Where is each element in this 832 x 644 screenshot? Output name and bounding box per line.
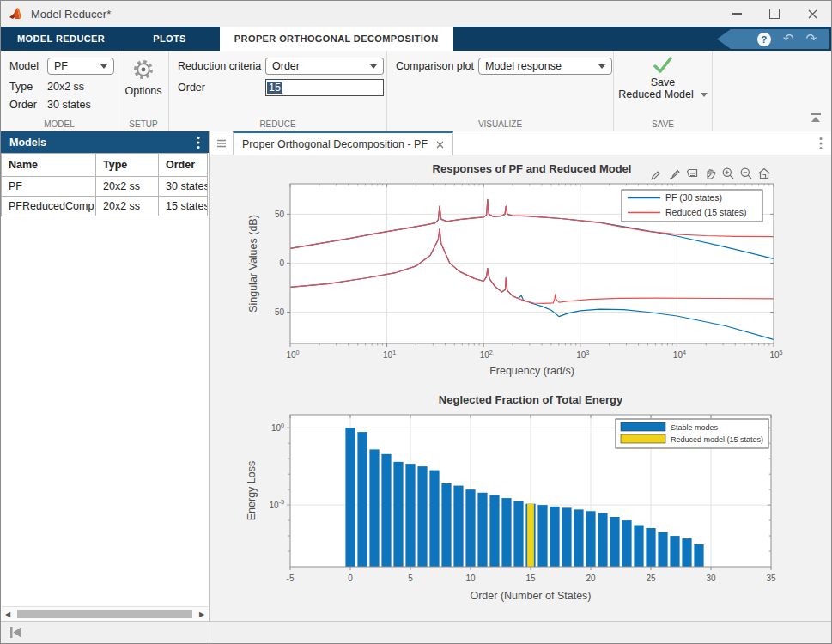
status-bar-divider (210, 622, 210, 643)
model-dropdown[interactable]: PF (47, 58, 114, 75)
table-header-row: Name Type Order (2, 154, 208, 177)
app-window: Model Reducer* MODEL REDUCER PLOTS PROPE… (0, 0, 832, 644)
tab-model-reducer[interactable]: MODEL REDUCER (3, 27, 119, 51)
svg-text:15: 15 (525, 574, 536, 583)
svg-text:0: 0 (279, 258, 284, 268)
col-order[interactable]: Order (159, 154, 208, 177)
section-setup: Options SETUP (118, 51, 169, 131)
section-label-save: SAVE (614, 119, 712, 129)
chevron-down-icon (370, 64, 377, 69)
collapse-ribbon-button[interactable] (809, 112, 823, 127)
energy-chart[interactable]: -50510152025303510010-5Neglected Fractio… (217, 388, 827, 618)
chevron-down-icon (701, 93, 708, 97)
svg-text:Reduced model (15 states): Reduced model (15 states) (671, 435, 763, 444)
order-input-value: 15 (267, 82, 282, 94)
col-name[interactable]: Name (2, 154, 96, 177)
reduce-order-label: Order (178, 82, 265, 94)
scroll-right-icon[interactable]: ▶ (196, 608, 208, 620)
x-axis-label: Order (Number of States) (470, 590, 591, 602)
table-row[interactable]: PF 20x2 ss 30 states (2, 177, 208, 197)
section-filler (713, 51, 831, 131)
models-table: Name Type Order PF 20x2 ss 30 states PFR… (1, 153, 208, 216)
svg-text:105: 105 (769, 349, 782, 360)
y-axis-label: Singular Values (dB) (247, 215, 259, 313)
models-panel: Models Name Type Order PF 20x2 ss 30 sta… (1, 131, 210, 622)
collapse-panel-icon[interactable] (8, 626, 23, 642)
comparison-plot-label: Comparison plot (396, 60, 478, 72)
figure-area: 100101102103104105-50050Responses of PF … (210, 155, 832, 622)
order-value: 30 states (47, 99, 91, 111)
svg-text:20: 20 (586, 574, 596, 583)
svg-text:30: 30 (706, 574, 716, 583)
section-label-reduce: REDUCE (169, 119, 386, 129)
plot-title: Neglected Fraction of Total Energy (439, 393, 623, 406)
svg-text:25: 25 (646, 574, 656, 583)
undo-icon[interactable]: ↶ (783, 33, 794, 46)
kebab-menu-icon[interactable] (197, 136, 200, 149)
tab-proper-orthogonal-decomposition[interactable]: PROPER ORTHOGONAL DECOMPOSITION (220, 27, 453, 51)
models-panel-title: Models (9, 137, 46, 149)
document-tab-title: Proper Orthogonal Decomposition - PF (242, 138, 428, 150)
table-row[interactable]: PFReducedComp 20x2 ss 15 states (2, 197, 208, 216)
document-tab[interactable]: Proper Orthogonal Decomposition - PF (233, 131, 453, 155)
svg-text:50: 50 (275, 210, 285, 219)
svg-text:5: 5 (408, 574, 413, 583)
svg-text:103: 103 (576, 349, 589, 360)
section-visualize: Comparison plot Model response VISUALIZE (387, 51, 614, 131)
window-title: Model Reducer* (31, 8, 111, 21)
scrollbar-thumb[interactable] (17, 610, 192, 618)
close-tab-icon[interactable] (436, 141, 444, 149)
y-axis-label: Energy Loss (246, 461, 258, 520)
models-panel-header: Models (1, 131, 209, 153)
svg-text:100: 100 (286, 349, 299, 360)
order-input[interactable]: 15 (265, 79, 384, 96)
document-area: Proper Orthogonal Decomposition - PF 100… (210, 131, 832, 622)
svg-text:101: 101 (383, 349, 396, 360)
gear-icon (131, 58, 155, 82)
redo-icon[interactable]: ↷ (805, 33, 817, 46)
type-label: Type (9, 81, 47, 93)
plot-title: Responses of PF and Reduced Model (433, 162, 632, 175)
x-axis-label: Frequency (rad/s) (489, 365, 574, 377)
svg-text:-5: -5 (287, 574, 295, 583)
section-save: Save Reduced Model SAVE (614, 51, 713, 131)
section-label-model: MODEL (1, 119, 118, 129)
save-reduced-model-button[interactable]: Save Reduced Model (614, 56, 712, 100)
legend: PF (30 states)Reduced (15 states) (622, 190, 762, 222)
reduction-criteria-dropdown[interactable]: Order (265, 58, 384, 75)
maximize-button[interactable] (756, 1, 793, 27)
order-label: Order (9, 99, 47, 111)
comparison-plot-dropdown[interactable]: Model response (478, 58, 612, 75)
section-reduce: Reduction criteria Order Order 15 REDUCE (169, 51, 387, 131)
svg-text:0: 0 (348, 574, 353, 583)
minimize-button[interactable] (718, 1, 756, 27)
svg-text:Stable modes: Stable modes (671, 423, 719, 432)
svg-text:35: 35 (766, 574, 776, 583)
scroll-left-icon[interactable]: ◀ (2, 608, 14, 620)
reduction-criteria-label: Reduction criteria (178, 60, 265, 72)
matlab-logo-icon (9, 6, 24, 21)
col-type[interactable]: Type (96, 154, 159, 177)
ribbon-tab-bar: MODEL REDUCER PLOTS PROPER ORTHOGONAL DE… (1, 27, 831, 51)
section-label-setup: SETUP (118, 119, 168, 129)
horizontal-scrollbar[interactable]: ◀ ▶ (2, 606, 208, 621)
svg-text:100: 100 (271, 422, 284, 433)
document-bar-menu-icon[interactable] (213, 135, 230, 152)
chevron-down-icon (598, 64, 605, 69)
options-button[interactable]: Options (118, 58, 168, 97)
close-button[interactable] (793, 1, 831, 27)
section-model: Model PF Type 20x2 ss Order 30 states MO… (1, 51, 118, 131)
svg-text:PF (30 states): PF (30 states) (665, 192, 722, 203)
tab-plots[interactable]: PLOTS (138, 27, 201, 51)
svg-text:10: 10 (465, 574, 476, 583)
type-value: 20x2 ss (47, 81, 84, 93)
quick-access-bar: ? ↶ ↷ (717, 29, 829, 49)
status-bar (1, 621, 831, 643)
response-chart[interactable]: 100101102103104105-50050Responses of PF … (217, 159, 827, 389)
svg-text:-50: -50 (272, 307, 285, 317)
svg-text:104: 104 (673, 349, 686, 360)
model-label: Model (9, 60, 47, 72)
section-label-visualize: VISUALIZE (387, 119, 613, 129)
help-icon[interactable]: ? (757, 33, 771, 46)
document-bar-kebab-icon[interactable] (819, 137, 823, 154)
